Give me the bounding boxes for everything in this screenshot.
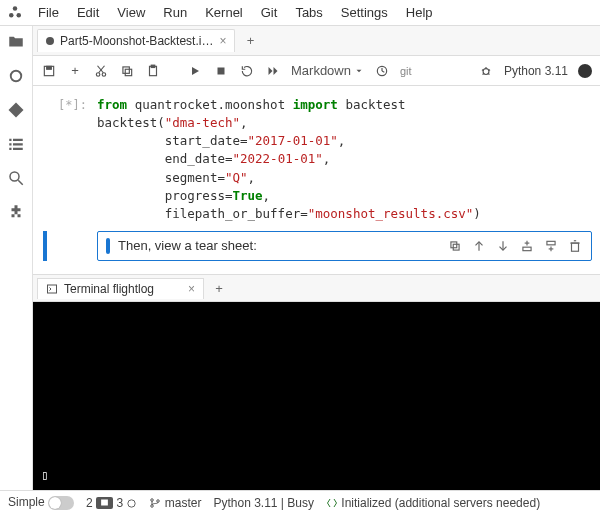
svg-line-16 [99, 65, 105, 72]
svg-line-25 [382, 71, 384, 72]
menu-bar: File Edit View Run Kernel Git Tabs Setti… [0, 0, 600, 26]
menu-kernel[interactable]: Kernel [197, 2, 251, 23]
save-icon[interactable] [41, 63, 57, 79]
menu-help[interactable]: Help [398, 2, 441, 23]
terminal-tabbar: Terminal flightlog × + [33, 274, 600, 302]
celltype-selector[interactable]: Markdown [291, 63, 364, 78]
add-cell-icon[interactable]: + [67, 63, 83, 79]
cell-toolbar [447, 238, 583, 254]
svg-point-10 [10, 172, 19, 181]
menu-tabs[interactable]: Tabs [287, 2, 330, 23]
active-cell-indicator [106, 238, 110, 254]
svg-point-15 [102, 72, 106, 76]
menu-view[interactable]: View [109, 2, 153, 23]
menu-settings[interactable]: Settings [333, 2, 396, 23]
bug-icon[interactable] [478, 63, 494, 79]
svg-rect-42 [572, 243, 579, 251]
cell-prompt: [*]: [41, 96, 97, 223]
new-launcher-button[interactable]: + [239, 30, 261, 52]
svg-rect-46 [101, 499, 108, 505]
svg-point-14 [96, 72, 100, 76]
activity-bar [0, 26, 33, 490]
clock-icon[interactable] [374, 63, 390, 79]
terminal[interactable]: ▯ [33, 302, 600, 490]
svg-rect-13 [47, 66, 52, 69]
restart-icon[interactable] [239, 63, 255, 79]
toc-icon[interactable] [6, 134, 26, 154]
svg-rect-39 [547, 241, 555, 245]
close-icon[interactable]: × [188, 282, 195, 296]
menu-git[interactable]: Git [253, 2, 286, 23]
svg-line-11 [18, 180, 23, 185]
lsp-status[interactable]: Initialized (additional servers needed) [326, 496, 540, 510]
paste-icon[interactable] [145, 63, 161, 79]
run-icon[interactable] [187, 63, 203, 79]
git-icon[interactable] [6, 100, 26, 120]
svg-rect-19 [125, 69, 131, 75]
svg-line-29 [488, 69, 490, 70]
menu-edit[interactable]: Edit [69, 2, 107, 23]
run-all-icon[interactable] [265, 63, 281, 79]
svg-rect-6 [9, 143, 11, 145]
chevron-down-icon [354, 66, 364, 76]
close-icon[interactable]: × [219, 34, 226, 48]
notebook-tabbar: Part5-Moonshot-Backtest.i… × + [33, 26, 600, 56]
svg-rect-7 [13, 143, 23, 145]
menu-run[interactable]: Run [155, 2, 195, 23]
svg-line-17 [98, 65, 104, 72]
unsaved-dot-icon [46, 37, 54, 45]
kernel-status[interactable]: Python 3.11 | Busy [213, 496, 314, 510]
git-indicator[interactable]: git [400, 65, 412, 77]
status-bar: Simple 2 3 master Python 3.11 | Busy Ini… [0, 490, 600, 514]
status-count-1[interactable]: 2 3 [86, 496, 137, 510]
svg-line-28 [482, 69, 484, 70]
search-icon[interactable] [6, 168, 26, 188]
svg-rect-9 [13, 148, 23, 150]
markdown-text: Then, view a tear sheet: [118, 238, 439, 253]
code-content: from quantrocket.moonshot import backtes… [97, 96, 592, 223]
svg-point-0 [13, 6, 18, 11]
terminal-tab[interactable]: Terminal flightlog × [37, 278, 204, 299]
running-icon[interactable] [6, 66, 26, 86]
kernel-selector[interactable]: Python 3.11 [504, 64, 568, 78]
insert-below-icon[interactable] [543, 238, 559, 254]
markdown-cell[interactable]: Then, view a tear sheet: [41, 231, 592, 261]
notebook-tab[interactable]: Part5-Moonshot-Backtest.i… × [37, 29, 235, 52]
cut-icon[interactable] [93, 63, 109, 79]
copy-icon[interactable] [119, 63, 135, 79]
svg-point-3 [11, 71, 22, 82]
git-branch-status[interactable]: master [149, 496, 201, 510]
insert-above-icon[interactable] [519, 238, 535, 254]
kernel-busy-icon[interactable] [578, 64, 592, 78]
delete-icon[interactable] [567, 238, 583, 254]
svg-rect-45 [48, 285, 57, 293]
code-cell[interactable]: [*]: from quantrocket.moonshot import ba… [41, 96, 592, 223]
menu-file[interactable]: File [30, 2, 67, 23]
svg-rect-22 [218, 67, 225, 74]
notebook-toolbar: + Markdown git Python 3.11 [33, 56, 600, 86]
svg-rect-8 [9, 148, 11, 150]
svg-rect-18 [123, 66, 129, 72]
terminal-tab-title: Terminal flightlog [64, 282, 154, 296]
stop-icon[interactable] [213, 63, 229, 79]
terminal-icon [46, 283, 58, 295]
svg-point-49 [151, 505, 154, 508]
simple-mode-toggle[interactable]: Simple [8, 495, 74, 510]
svg-rect-36 [523, 247, 531, 251]
extensions-icon[interactable] [6, 202, 26, 222]
cell-gutter [41, 231, 97, 261]
svg-rect-21 [151, 65, 155, 67]
svg-point-1 [9, 13, 14, 18]
svg-point-2 [17, 13, 22, 18]
celltype-label: Markdown [291, 63, 351, 78]
move-up-icon[interactable] [471, 238, 487, 254]
svg-point-48 [151, 499, 154, 502]
move-down-icon[interactable] [495, 238, 511, 254]
svg-point-47 [128, 500, 135, 507]
new-terminal-button[interactable]: + [208, 277, 230, 299]
svg-rect-5 [13, 139, 23, 141]
duplicate-icon[interactable] [447, 238, 463, 254]
tab-title: Part5-Moonshot-Backtest.i… [60, 34, 213, 48]
terminal-cursor: ▯ [41, 468, 48, 482]
folder-icon[interactable] [6, 32, 26, 52]
